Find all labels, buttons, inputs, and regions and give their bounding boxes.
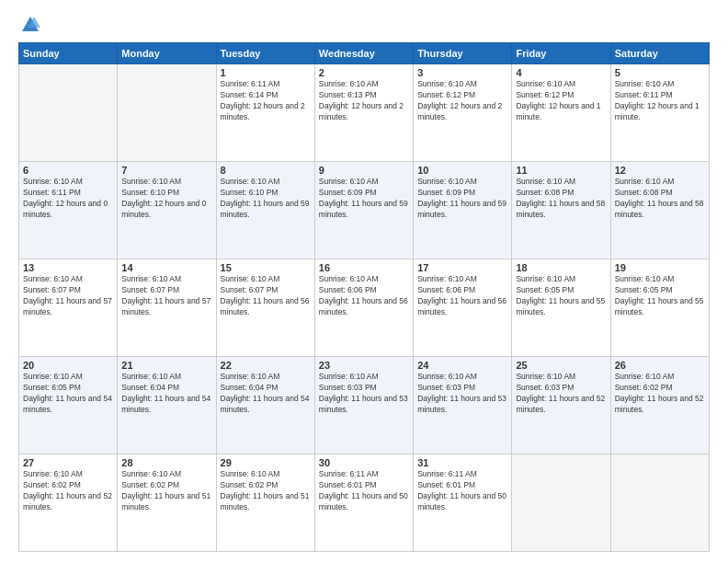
week-row-4: 20 Sunrise: 6:10 AMSunset: 6:05 PMDaylig… xyxy=(19,357,710,454)
day-number: 24 xyxy=(417,360,507,371)
day-cell: 11 Sunrise: 6:10 AMSunset: 6:08 PMDaylig… xyxy=(512,162,610,259)
day-number: 28 xyxy=(121,457,211,468)
day-info: Sunrise: 6:10 AMSunset: 6:09 PMDaylight:… xyxy=(417,177,506,219)
day-header-wednesday: Wednesday xyxy=(314,43,413,64)
day-cell: 8 Sunrise: 6:10 AMSunset: 6:10 PMDayligh… xyxy=(216,162,314,259)
week-row-1: 1 Sunrise: 6:11 AMSunset: 6:14 PMDayligh… xyxy=(19,64,710,162)
day-info: Sunrise: 6:10 AMSunset: 6:07 PMDaylight:… xyxy=(23,274,112,316)
day-cell: 18 Sunrise: 6:10 AMSunset: 6:05 PMDaylig… xyxy=(512,259,610,357)
day-number: 12 xyxy=(615,165,705,176)
day-info: Sunrise: 6:10 AMSunset: 6:03 PMDaylight:… xyxy=(319,372,408,414)
day-cell: 7 Sunrise: 6:10 AMSunset: 6:10 PMDayligh… xyxy=(118,162,216,259)
day-cell: 10 Sunrise: 6:10 AMSunset: 6:09 PMDaylig… xyxy=(414,162,512,259)
day-number: 3 xyxy=(417,67,507,78)
day-number: 15 xyxy=(221,262,311,273)
day-info: Sunrise: 6:10 AMSunset: 6:11 PMDaylight:… xyxy=(23,177,108,219)
day-cell: 21 Sunrise: 6:10 AMSunset: 6:04 PMDaylig… xyxy=(118,357,216,454)
day-info: Sunrise: 6:10 AMSunset: 6:04 PMDaylight:… xyxy=(121,372,210,414)
day-info: Sunrise: 6:10 AMSunset: 6:03 PMDaylight:… xyxy=(417,372,506,414)
day-number: 21 xyxy=(121,360,211,371)
day-number: 22 xyxy=(221,360,311,371)
day-info: Sunrise: 6:11 AMSunset: 6:14 PMDaylight:… xyxy=(221,79,305,121)
day-cell: 16 Sunrise: 6:10 AMSunset: 6:06 PMDaylig… xyxy=(314,259,413,357)
day-header-tuesday: Tuesday xyxy=(216,43,314,64)
day-info: Sunrise: 6:10 AMSunset: 6:05 PMDaylight:… xyxy=(615,274,704,316)
day-info: Sunrise: 6:10 AMSunset: 6:07 PMDaylight:… xyxy=(121,274,210,316)
day-info: Sunrise: 6:10 AMSunset: 6:02 PMDaylight:… xyxy=(121,469,210,511)
day-cell xyxy=(118,64,216,162)
day-cell: 12 Sunrise: 6:10 AMSunset: 6:08 PMDaylig… xyxy=(610,162,709,259)
day-info: Sunrise: 6:10 AMSunset: 6:08 PMDaylight:… xyxy=(615,177,704,219)
calendar-page: SundayMondayTuesdayWednesdayThursdayFrid… xyxy=(0,0,728,563)
day-info: Sunrise: 6:10 AMSunset: 6:10 PMDaylight:… xyxy=(221,177,310,219)
day-cell: 29 Sunrise: 6:10 AMSunset: 6:02 PMDaylig… xyxy=(216,454,314,552)
logo xyxy=(18,15,40,35)
day-number: 6 xyxy=(23,165,113,176)
week-row-3: 13 Sunrise: 6:10 AMSunset: 6:07 PMDaylig… xyxy=(19,259,710,357)
day-number: 9 xyxy=(319,165,409,176)
day-info: Sunrise: 6:10 AMSunset: 6:05 PMDaylight:… xyxy=(23,372,112,414)
day-cell: 3 Sunrise: 6:10 AMSunset: 6:12 PMDayligh… xyxy=(414,64,512,162)
day-number: 1 xyxy=(221,67,311,78)
day-number: 29 xyxy=(221,457,311,468)
day-cell: 22 Sunrise: 6:10 AMSunset: 6:04 PMDaylig… xyxy=(216,357,314,454)
day-cell: 13 Sunrise: 6:10 AMSunset: 6:07 PMDaylig… xyxy=(19,259,118,357)
day-info: Sunrise: 6:11 AMSunset: 6:01 PMDaylight:… xyxy=(319,469,408,511)
day-info: Sunrise: 6:10 AMSunset: 6:10 PMDaylight:… xyxy=(121,177,206,219)
day-info: Sunrise: 6:10 AMSunset: 6:03 PMDaylight:… xyxy=(516,372,605,414)
day-number: 31 xyxy=(417,457,507,468)
day-number: 27 xyxy=(23,457,113,468)
day-cell: 19 Sunrise: 6:10 AMSunset: 6:05 PMDaylig… xyxy=(610,259,709,357)
calendar-header-row: SundayMondayTuesdayWednesdayThursdayFrid… xyxy=(19,43,710,64)
day-info: Sunrise: 6:10 AMSunset: 6:12 PMDaylight:… xyxy=(417,79,502,121)
day-header-friday: Friday xyxy=(512,43,610,64)
day-cell: 6 Sunrise: 6:10 AMSunset: 6:11 PMDayligh… xyxy=(19,162,118,259)
day-info: Sunrise: 6:10 AMSunset: 6:12 PMDaylight:… xyxy=(516,79,600,121)
day-info: Sunrise: 6:10 AMSunset: 6:13 PMDaylight:… xyxy=(319,79,404,121)
day-cell: 4 Sunrise: 6:10 AMSunset: 6:12 PMDayligh… xyxy=(512,64,610,162)
day-info: Sunrise: 6:10 AMSunset: 6:02 PMDaylight:… xyxy=(23,469,112,511)
day-number: 10 xyxy=(417,165,507,176)
day-cell: 9 Sunrise: 6:10 AMSunset: 6:09 PMDayligh… xyxy=(314,162,413,259)
day-header-saturday: Saturday xyxy=(610,43,709,64)
day-number: 26 xyxy=(615,360,705,371)
day-cell: 24 Sunrise: 6:10 AMSunset: 6:03 PMDaylig… xyxy=(414,357,512,454)
day-cell xyxy=(19,64,118,162)
day-number: 14 xyxy=(121,262,211,273)
day-number: 7 xyxy=(121,165,211,176)
day-number: 4 xyxy=(516,67,606,78)
day-cell: 1 Sunrise: 6:11 AMSunset: 6:14 PMDayligh… xyxy=(216,64,314,162)
day-header-sunday: Sunday xyxy=(19,43,118,64)
day-number: 25 xyxy=(516,360,606,371)
day-cell xyxy=(512,454,610,552)
day-info: Sunrise: 6:10 AMSunset: 6:02 PMDaylight:… xyxy=(221,469,310,511)
day-number: 2 xyxy=(319,67,409,78)
day-cell: 23 Sunrise: 6:10 AMSunset: 6:03 PMDaylig… xyxy=(314,357,413,454)
day-cell: 27 Sunrise: 6:10 AMSunset: 6:02 PMDaylig… xyxy=(19,454,118,552)
day-number: 19 xyxy=(615,262,705,273)
day-cell xyxy=(610,454,709,552)
day-info: Sunrise: 6:10 AMSunset: 6:08 PMDaylight:… xyxy=(516,177,605,219)
logo-text xyxy=(18,15,40,35)
day-number: 30 xyxy=(319,457,409,468)
day-info: Sunrise: 6:10 AMSunset: 6:02 PMDaylight:… xyxy=(615,372,704,414)
calendar-body: 1 Sunrise: 6:11 AMSunset: 6:14 PMDayligh… xyxy=(19,64,710,552)
day-info: Sunrise: 6:10 AMSunset: 6:06 PMDaylight:… xyxy=(417,274,506,316)
week-row-5: 27 Sunrise: 6:10 AMSunset: 6:02 PMDaylig… xyxy=(19,454,710,552)
day-cell: 5 Sunrise: 6:10 AMSunset: 6:11 PMDayligh… xyxy=(610,64,709,162)
day-cell: 2 Sunrise: 6:10 AMSunset: 6:13 PMDayligh… xyxy=(314,64,413,162)
day-cell: 15 Sunrise: 6:10 AMSunset: 6:07 PMDaylig… xyxy=(216,259,314,357)
day-number: 18 xyxy=(516,262,606,273)
day-info: Sunrise: 6:10 AMSunset: 6:09 PMDaylight:… xyxy=(319,177,408,219)
day-cell: 20 Sunrise: 6:10 AMSunset: 6:05 PMDaylig… xyxy=(19,357,118,454)
day-cell: 30 Sunrise: 6:11 AMSunset: 6:01 PMDaylig… xyxy=(314,454,413,552)
day-number: 5 xyxy=(615,67,705,78)
day-cell: 25 Sunrise: 6:10 AMSunset: 6:03 PMDaylig… xyxy=(512,357,610,454)
day-info: Sunrise: 6:10 AMSunset: 6:07 PMDaylight:… xyxy=(221,274,310,316)
week-row-2: 6 Sunrise: 6:10 AMSunset: 6:11 PMDayligh… xyxy=(19,162,710,259)
day-info: Sunrise: 6:10 AMSunset: 6:11 PMDaylight:… xyxy=(615,79,700,121)
day-info: Sunrise: 6:10 AMSunset: 6:04 PMDaylight:… xyxy=(221,372,310,414)
day-info: Sunrise: 6:10 AMSunset: 6:05 PMDaylight:… xyxy=(516,274,605,316)
calendar-table: SundayMondayTuesdayWednesdayThursdayFrid… xyxy=(18,42,710,552)
day-info: Sunrise: 6:11 AMSunset: 6:01 PMDaylight:… xyxy=(417,469,506,511)
